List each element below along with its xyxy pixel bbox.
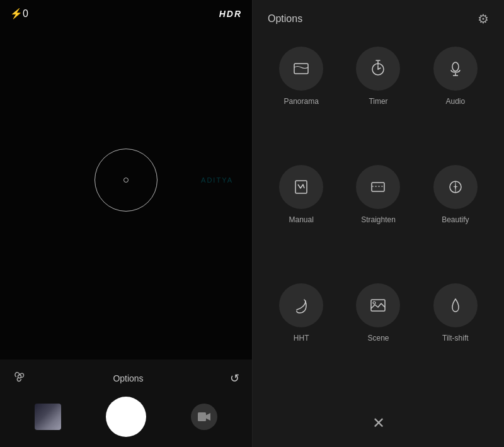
svg-text:+: +: [453, 182, 458, 191]
video-button[interactable]: [191, 404, 217, 430]
option-manual[interactable]: Manual: [268, 165, 335, 273]
option-label-timer: Timer: [369, 97, 387, 106]
option-label-hht: HHT: [294, 334, 309, 342]
option-label-manual: Manual: [289, 215, 313, 224]
option-circle-timer: [356, 47, 400, 91]
camera-bottom-bar: Options ↺: [0, 359, 252, 447]
camera-options-row: Options ↺: [0, 366, 252, 393]
camera-top-bar: ⚡0 HDR: [0, 0, 252, 27]
options-panel-title: Options: [268, 13, 302, 25]
thumbnail-image: [35, 404, 61, 430]
svg-rect-2: [294, 64, 308, 74]
option-circle-hht: [279, 283, 323, 327]
svg-point-0: [18, 375, 21, 378]
settings-icon[interactable]: ⚙: [478, 11, 489, 26]
focus-circle: [94, 149, 158, 212]
option-circle-straighten: [356, 165, 400, 209]
option-label-scene: Scene: [367, 334, 389, 342]
camera-panel: ⚡0 HDR ADITYA Options ↺: [0, 0, 252, 447]
svg-rect-1: [198, 412, 206, 421]
option-circle-scene: [356, 283, 400, 327]
shutter-button[interactable]: [106, 397, 146, 437]
thumbnail[interactable]: [35, 404, 61, 430]
svg-point-4: [452, 62, 459, 71]
option-circle-beautify: +: [433, 165, 478, 209]
focus-dot: [123, 178, 129, 183]
watermark: ADITYA: [201, 176, 233, 184]
option-straighten[interactable]: Straighten: [345, 165, 411, 273]
svg-point-16: [373, 302, 375, 304]
option-circle-manual: [279, 165, 323, 209]
option-label-audio: Audio: [445, 97, 465, 106]
hdr-button[interactable]: HDR: [219, 9, 242, 19]
camera-viewfinder[interactable]: ADITYA: [0, 0, 252, 359]
options-panel: Options ⚙ Panorama: [252, 0, 504, 447]
option-circle-panorama: [279, 47, 323, 91]
option-tiltshift[interactable]: Tilt-shift: [422, 283, 489, 392]
option-circle-audio: [433, 47, 478, 91]
camera-controls-row: [0, 393, 252, 441]
rotate-icon[interactable]: ↺: [230, 371, 239, 385]
option-label-straighten: Straighten: [361, 215, 396, 224]
options-header: Options ⚙: [253, 0, 504, 34]
option-audio[interactable]: Audio: [422, 47, 489, 155]
flash-icon[interactable]: ⚡0: [10, 8, 28, 20]
option-circle-tiltshift: [433, 283, 478, 327]
options-grid: Panorama Timer: [253, 34, 504, 404]
option-beautify[interactable]: + Beautify: [422, 165, 489, 273]
option-label-beautify: Beautify: [442, 215, 469, 224]
mode-icon[interactable]: [13, 370, 26, 387]
option-panorama[interactable]: Panorama: [268, 47, 335, 155]
options-label: Options: [113, 373, 143, 383]
option-label-tiltshift: Tilt-shift: [442, 334, 469, 342]
close-row: ✕: [253, 404, 504, 447]
option-timer[interactable]: Timer: [345, 47, 411, 155]
close-button[interactable]: ✕: [372, 414, 385, 432]
option-label-panorama: Panorama: [284, 97, 318, 106]
option-hht[interactable]: HHT: [268, 283, 335, 392]
option-scene[interactable]: Scene: [345, 283, 411, 392]
svg-rect-8: [372, 183, 384, 191]
